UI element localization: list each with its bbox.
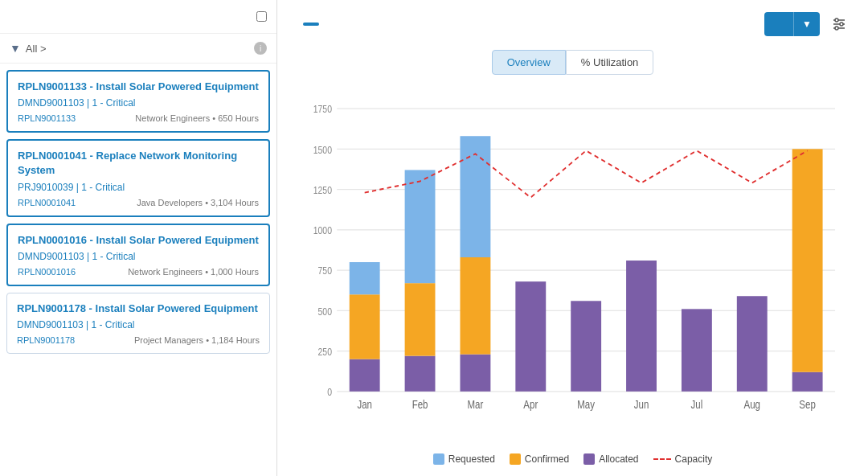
legend: RequestedConfirmedAllocatedCapacity — [293, 453, 852, 465]
svg-rect-23 — [350, 294, 380, 359]
card-footer: RPLN9001178 Project Managers • 1,184 Hou… — [17, 335, 260, 345]
svg-rect-31 — [460, 257, 490, 355]
card-title: RPLN0001016 - Install Solar Powered Equi… — [18, 233, 259, 248]
confirm-dropdown-arrow[interactable]: ▼ — [793, 12, 820, 36]
card-subtitle: PRJ9010039 | 1 - Critical — [18, 182, 259, 193]
svg-rect-45 — [792, 149, 823, 371]
legend-allocated: Allocated — [583, 453, 638, 465]
svg-rect-30 — [460, 355, 490, 392]
selected-badge — [303, 23, 319, 26]
svg-text:Mar: Mar — [468, 397, 484, 411]
card-subtitle: DMND9001103 | 1 - Critical — [18, 97, 259, 109]
chart-container: Overview% Utilization 025050075010001250… — [293, 50, 852, 465]
cards-list: RPLN9001133 - Install Solar Powered Equi… — [0, 64, 276, 476]
svg-text:May: May — [577, 397, 595, 411]
card-detail: Network Engineers • 1,000 Hours — [128, 267, 259, 277]
list-item[interactable]: RPLN9001133 - Install Solar Powered Equi… — [6, 70, 270, 133]
legend-dash — [653, 458, 671, 460]
svg-rect-27 — [405, 283, 436, 355]
svg-text:Apr: Apr — [523, 397, 538, 411]
card-subtitle: DMND9001103 | 1 - Critical — [17, 319, 260, 330]
info-icon[interactable]: i — [254, 42, 267, 55]
legend-color-box — [583, 453, 595, 465]
legend-label: Allocated — [599, 453, 638, 465]
svg-text:Jun: Jun — [634, 397, 649, 411]
card-id: RPLN9001133 — [18, 113, 76, 123]
svg-rect-24 — [350, 262, 380, 294]
svg-rect-26 — [405, 356, 436, 392]
svg-rect-38 — [626, 261, 657, 392]
header-actions: ▼ — [764, 11, 852, 37]
card-id: RPLN0001016 — [18, 267, 76, 277]
svg-rect-42 — [737, 296, 768, 392]
filter-prefix: All > — [26, 43, 47, 55]
svg-text:750: 750 — [318, 265, 333, 277]
legend-label: Requested — [448, 453, 495, 465]
tab-bar: Overview% Utilization — [293, 50, 852, 75]
svg-text:1500: 1500 — [313, 143, 333, 155]
svg-rect-44 — [792, 372, 823, 392]
legend-color-box — [510, 453, 521, 465]
svg-text:Feb: Feb — [412, 397, 428, 411]
svg-text:250: 250 — [318, 346, 333, 358]
svg-text:1250: 1250 — [313, 184, 333, 196]
tab-utilization[interactable]: % Utilization — [566, 50, 654, 75]
card-footer: RPLN0001041 Java Developers • 3,104 Hour… — [18, 198, 259, 207]
list-item[interactable]: RPLN9001178 - Install Solar Powered Equi… — [6, 293, 270, 354]
svg-rect-28 — [405, 170, 436, 283]
card-title: RPLN9001178 - Install Solar Powered Equi… — [17, 302, 260, 316]
svg-text:Sep: Sep — [799, 397, 815, 411]
card-detail: Project Managers • 1,184 Hours — [134, 335, 260, 345]
card-id: RPLN9001178 — [17, 335, 75, 345]
card-id: RPLN0001041 — [18, 198, 76, 207]
list-item[interactable]: RPLN0001041 - Replace Network Monitoring… — [6, 139, 270, 216]
filter-icon: ▼ — [10, 42, 21, 55]
tab-overview[interactable]: Overview — [492, 50, 566, 75]
card-footer: RPLN9001133 Network Engineers • 650 Hour… — [18, 113, 259, 123]
select-all-container — [252, 11, 267, 22]
card-title: RPLN0001041 - Replace Network Monitoring… — [18, 149, 259, 178]
list-item[interactable]: RPLN0001016 - Install Solar Powered Equi… — [6, 224, 270, 286]
select-all-checkbox[interactable] — [256, 11, 267, 22]
svg-rect-36 — [571, 301, 601, 392]
svg-point-5 — [835, 27, 838, 30]
svg-point-3 — [835, 18, 838, 22]
svg-rect-22 — [350, 359, 380, 392]
chart-area: 02505007501000125015001750JanFebMarAprMa… — [297, 88, 852, 444]
svg-text:500: 500 — [318, 305, 333, 317]
left-panel: ▼ All > i RPLN9001133 - Install Solar Po… — [0, 0, 277, 476]
right-header: ▼ — [293, 11, 852, 37]
settings-icon[interactable] — [826, 11, 852, 37]
svg-text:Jan: Jan — [357, 397, 372, 411]
filter-bar: ▼ All > i — [0, 34, 276, 64]
left-header — [0, 0, 276, 34]
legend-capacity: Capacity — [653, 453, 713, 465]
legend-color-box — [433, 453, 444, 465]
legend-requested: Requested — [433, 453, 495, 465]
legend-confirmed: Confirmed — [510, 453, 569, 465]
svg-rect-34 — [515, 281, 546, 392]
legend-label: Capacity — [675, 453, 713, 465]
confirm-button[interactable] — [764, 12, 793, 36]
svg-text:0: 0 — [327, 386, 332, 398]
card-detail: Java Developers • 3,104 Hours — [137, 198, 259, 207]
right-panel: ▼ Overview% Utilization 0250500750100012… — [277, 0, 868, 476]
card-footer: RPLN0001016 Network Engineers • 1,000 Ho… — [18, 267, 259, 277]
svg-text:1750: 1750 — [313, 103, 333, 115]
card-detail: Network Engineers • 650 Hours — [135, 113, 259, 123]
svg-text:Aug: Aug — [744, 397, 760, 411]
svg-point-4 — [840, 23, 843, 26]
chart-wrapper: 02505007501000125015001750JanFebMarAprMa… — [293, 88, 852, 444]
card-title: RPLN9001133 - Install Solar Powered Equi… — [18, 80, 259, 94]
svg-text:Jul: Jul — [691, 397, 703, 411]
confirm-button-group: ▼ — [764, 12, 820, 36]
card-subtitle: DMND9001103 | 1 - Critical — [18, 251, 259, 262]
legend-label: Confirmed — [525, 453, 569, 465]
svg-text:1000: 1000 — [313, 224, 333, 236]
svg-rect-40 — [682, 309, 712, 392]
